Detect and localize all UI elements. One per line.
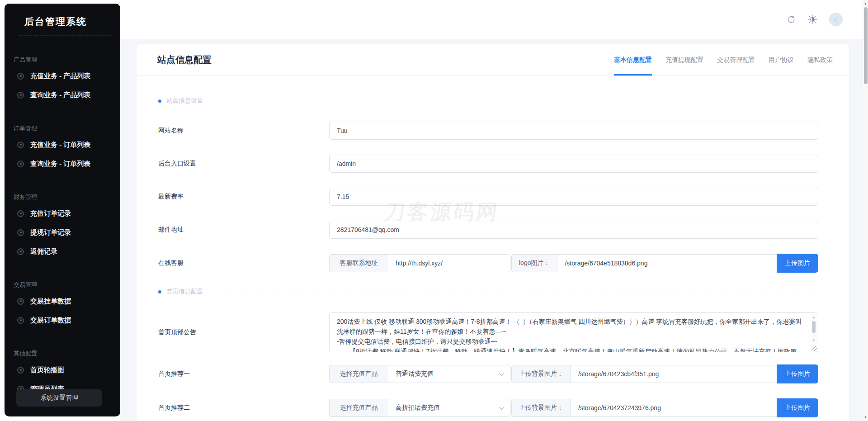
sidebar-item-withdraw-records[interactable]: 提现订单记录: [5, 223, 120, 242]
scroll-down-arrow-icon[interactable]: ▼: [863, 415, 868, 420]
sidebar-item-label: 交易订单数据: [30, 316, 71, 325]
home-rec2-label: 首页推荐二: [158, 404, 329, 412]
chevron-down-icon: [499, 371, 504, 376]
blue-dot-icon: [158, 290, 161, 293]
chevron-down-icon: [499, 405, 504, 410]
section-site-info: 站点信息设置: [158, 97, 818, 105]
sidebar-group-product: 产品管理: [14, 56, 120, 64]
home-notice-text: 200话费上线 仅收 移动联通 300移动联通高速！7-8折都高速！ （（（石家…: [330, 313, 818, 352]
recharge-product-select-1[interactable]: 普通话费充值: [388, 365, 510, 383]
dashed-line: [208, 101, 818, 101]
main-content: 刀客源码网 站点信息配置 基本信息配置 充值提现配置 交易管理配置 用户协议 隐…: [120, 39, 863, 421]
selected-product: 普通话费充值: [396, 370, 434, 378]
sidebar-item-home-carousel[interactable]: 首页轮播图: [5, 360, 120, 379]
sidebar-item-label: 返佣记录: [30, 247, 57, 256]
section-title: 首页信息配置: [166, 288, 203, 296]
circle-dot-icon: [17, 367, 24, 374]
service-url-addon: 客服联系地址: [329, 254, 388, 272]
scroll-up-arrow-icon[interactable]: ▲: [811, 315, 817, 320]
sidebar-group-other: 其他配置: [14, 350, 120, 358]
circle-dot-icon: [17, 92, 24, 99]
form-row-home-rec2: 首页推荐二 选择充值产品 高折扣话费充值 上传背景图片： 上传图片: [158, 398, 818, 417]
sidebar-item-label: 充值订单记录: [30, 209, 71, 218]
form-row-email: 邮件地址: [158, 221, 818, 239]
tab-recharge-withdraw[interactable]: 充值提现配置: [665, 44, 703, 76]
page-title: 站点信息配置: [157, 54, 212, 66]
scroll-down-arrow-icon[interactable]: ▼: [811, 338, 817, 343]
site-name-input[interactable]: [329, 122, 818, 140]
section-home-info: 首页信息配置: [158, 288, 818, 296]
home-notice-textarea[interactable]: 200话费上线 仅收 移动联通 300移动联通高速！7-8折都高速！ （（（石家…: [329, 312, 818, 352]
tab-privacy-policy[interactable]: 隐私政策: [807, 44, 833, 76]
upload-rec2-bg-button[interactable]: 上传图片: [777, 398, 818, 417]
sidebar-item-rebate-records[interactable]: 返佣记录: [5, 242, 120, 261]
topbar-icons: ✓: [787, 0, 843, 39]
rec1-bg-path-input[interactable]: [571, 365, 778, 383]
service-url-input[interactable]: [388, 254, 510, 272]
email-input[interactable]: [329, 221, 818, 239]
tab-user-agreement[interactable]: 用户协议: [769, 44, 794, 76]
form-row-site-name: 网站名称: [158, 122, 818, 140]
rec2-bg-path-input[interactable]: [571, 399, 778, 417]
sidebar-item-query-order-list[interactable]: 查询业务 - 订单列表: [5, 154, 120, 173]
circle-dot-icon: [17, 317, 24, 324]
circle-dot-icon: [17, 161, 24, 167]
online-service-label: 在线客服: [158, 259, 329, 267]
form-row-online-service: 在线客服 客服联系地址 logo图片： 上传图片: [158, 254, 818, 273]
user-avatar[interactable]: ✓: [829, 13, 843, 26]
sidebar-item-label: 首页轮播图: [30, 366, 64, 374]
tab-trade-manage[interactable]: 交易管理配置: [717, 44, 755, 76]
refresh-icon[interactable]: [787, 15, 796, 24]
tab-basic-info[interactable]: 基本信息配置: [614, 44, 652, 76]
scrollbar-thumb[interactable]: [864, 7, 868, 84]
scroll-up-arrow-icon[interactable]: ▲: [863, 1, 868, 6]
topbar: ✓: [120, 0, 863, 39]
resize-grip-icon[interactable]: [812, 346, 817, 351]
card-header: 站点信息配置 基本信息配置 充值提现配置 交易管理配置 用户协议 隐私政策: [137, 44, 849, 76]
blue-dot-icon: [158, 99, 161, 103]
logo-path-input[interactable]: [557, 254, 778, 272]
admin-entry-input[interactable]: [329, 155, 818, 173]
logo-image-addon: logo图片：: [511, 254, 557, 272]
recharge-product-select-2[interactable]: 高折扣话费充值: [388, 399, 510, 417]
sidebar-item-label: 交易挂单数据: [30, 297, 71, 306]
form-row-latest-rate: 最新费率: [158, 188, 818, 206]
bg-image-addon: 上传背景图片：: [511, 399, 571, 417]
sidebar-item-trade-order-data[interactable]: 交易订单数据: [5, 311, 120, 330]
dashed-line: [208, 292, 818, 292]
upload-logo-button[interactable]: 上传图片: [777, 254, 818, 273]
page-scrollbar: ▲ ▼: [863, 0, 868, 421]
sidebar-item-label: 查询业务 - 订单列表: [30, 160, 90, 168]
latest-rate-input[interactable]: [329, 188, 818, 206]
select-product-addon: 选择充值产品: [329, 365, 388, 383]
sidebar-group-order: 订单管理: [14, 124, 120, 132]
system-settings-button[interactable]: 系统设置管理: [16, 389, 102, 407]
sidebar-group-finance: 财务管理: [14, 193, 120, 201]
app-title: 后台管理系统: [5, 4, 120, 28]
circle-dot-icon: [17, 248, 24, 255]
circle-dot-icon: [17, 142, 24, 148]
sidebar-item-recharge-product-list[interactable]: 充值业务 - 产品列表: [5, 66, 120, 85]
sidebar-divider: [19, 35, 111, 36]
admin-entry-label: 后台入口设置: [158, 160, 329, 168]
home-notice-label: 首页顶部公告: [158, 328, 329, 336]
sidebar-item-label: 提现订单记录: [30, 228, 71, 237]
email-label: 邮件地址: [158, 226, 329, 234]
circle-dot-icon: [17, 73, 24, 80]
section-title: 站点信息设置: [166, 97, 203, 105]
upload-rec1-bg-button[interactable]: 上传图片: [777, 364, 818, 383]
form-body: 站点信息设置 网站名称 后台入口设置 最新费率 邮件地址 在线客服: [137, 76, 849, 421]
sidebar-item-label: 充值业务 - 产品列表: [30, 72, 90, 80]
select-product-addon: 选择充值产品: [329, 399, 388, 417]
textarea-scrollbar-thumb[interactable]: [812, 321, 816, 333]
circle-dot-icon: [17, 210, 24, 217]
theme-toggle-sun-icon[interactable]: [807, 14, 817, 24]
settings-card: 站点信息配置 基本信息配置 充值提现配置 交易管理配置 用户协议 隐私政策 站点…: [137, 44, 849, 421]
sidebar-item-recharge-records[interactable]: 充值订单记录: [5, 204, 120, 223]
circle-dot-icon: [17, 298, 24, 305]
form-row-home-rec1: 首页推荐一 选择充值产品 普通话费充值 上传背景图片： 上传图片: [158, 364, 818, 383]
sidebar-item-query-product-list[interactable]: 查询业务 - 产品列表: [5, 85, 120, 104]
sidebar-item-recharge-order-list[interactable]: 充值业务 - 订单列表: [5, 135, 120, 154]
sidebar-item-trade-pending-data[interactable]: 交易挂单数据: [5, 292, 120, 311]
sidebar: 后台管理系统 产品管理 充值业务 - 产品列表 查询业务 - 产品列表 订单管理…: [5, 4, 120, 416]
